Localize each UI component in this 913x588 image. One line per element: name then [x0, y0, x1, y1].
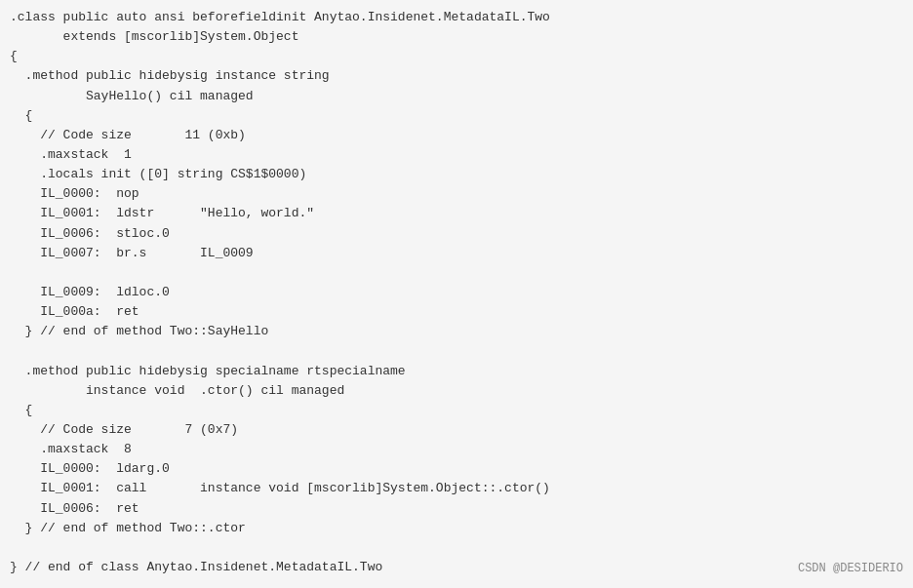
code-line: {	[10, 47, 903, 66]
watermark: CSDN @DESIDERIO	[798, 560, 903, 578]
code-line: {	[10, 401, 903, 420]
code-line: IL_0006: stloc.0	[10, 224, 903, 244]
code-line: .maxstack 8	[10, 440, 903, 459]
code-line	[10, 538, 903, 558]
code-line: } // end of method Two::SayHello	[10, 322, 903, 341]
code-line: .class public auto ansi beforefieldinit …	[10, 8, 903, 27]
code-line: .maxstack 1	[10, 145, 903, 165]
code-line: IL_0000: nop	[10, 184, 903, 204]
code-line: IL_0000: ldarg.0	[10, 459, 903, 479]
code-line: IL_0007: br.s IL_0009	[10, 244, 903, 263]
code-content: .class public auto ansi beforefieldinit …	[10, 8, 903, 577]
code-line: .method public hidebysig specialname rts…	[10, 362, 903, 381]
code-line: IL_0001: ldstr "Hello, world."	[10, 204, 903, 223]
code-line: // Code size 7 (0x7)	[10, 420, 903, 440]
code-line: instance void .ctor() cil managed	[10, 381, 903, 401]
code-viewer: .class public auto ansi beforefieldinit …	[0, 0, 913, 588]
code-line: // Code size 11 (0xb)	[10, 126, 903, 145]
code-line	[10, 341, 903, 361]
code-line: extends [mscorlib]System.Object	[10, 27, 903, 47]
code-line: SayHello() cil managed	[10, 87, 903, 106]
code-line: IL_0001: call instance void [mscorlib]Sy…	[10, 479, 903, 498]
code-line: IL_0009: ldloc.0	[10, 283, 903, 302]
code-line: } // end of method Two::.ctor	[10, 519, 903, 538]
code-line	[10, 263, 903, 283]
code-line: .method public hidebysig instance string	[10, 66, 903, 86]
code-line: IL_0006: ret	[10, 499, 903, 519]
code-line: {	[10, 106, 903, 126]
code-line: } // end of class Anytao.Insidenet.Metad…	[10, 558, 903, 577]
code-line: .locals init ([0] string CS$1$0000)	[10, 165, 903, 184]
code-line: IL_000a: ret	[10, 302, 903, 322]
